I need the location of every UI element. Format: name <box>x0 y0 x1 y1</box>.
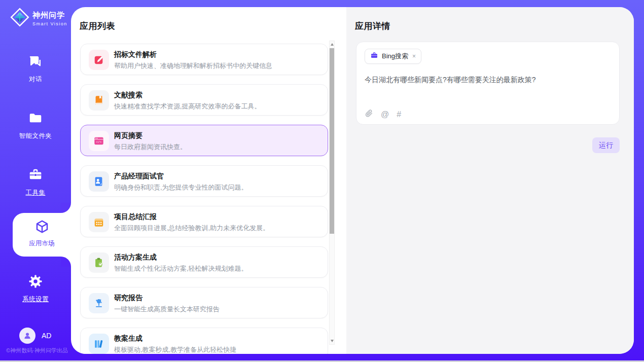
app-name: 研究报告 <box>114 294 142 303</box>
diamond-logo-icon <box>10 8 29 29</box>
hash-icon[interactable]: # <box>397 111 401 119</box>
app-card-literature-search[interactable]: 文献搜索 快速精准查找学术资源,提高研究效率的必备工具。 <box>80 84 328 116</box>
query-composer[interactable]: Bing搜索 × 今日湖北有哪些新闻要点?有哪些需要关注的最新政策? @ # <box>356 42 620 125</box>
sidebar-item-label: 应用市场 <box>13 239 71 248</box>
query-text[interactable]: 今日湖北有哪些新闻要点?有哪些需要关注的最新政策? <box>365 76 608 85</box>
app-name: 网页摘要 <box>114 131 142 140</box>
edit-pen-icon <box>89 50 109 70</box>
tool-chip-bing-search[interactable]: Bing搜索 × <box>365 49 421 64</box>
close-icon[interactable]: × <box>412 53 416 60</box>
folder-icon <box>28 119 43 127</box>
paperclip-icon[interactable] <box>365 109 373 120</box>
app-desc: 智能生成个性化活动方案,轻松解决规划难题。 <box>114 264 248 273</box>
sidebar-item-label: 系统设置 <box>0 295 71 304</box>
scroll-up-icon[interactable] <box>331 43 334 46</box>
app-desc: 每日政府新闻资讯快查。 <box>114 142 187 152</box>
tool-chip-label: Bing搜索 <box>382 52 408 61</box>
app-name: 文献搜索 <box>114 91 142 100</box>
app-desc: 全面回顾项目进展,总结经验教训,助力未来优化发展。 <box>114 224 269 233</box>
sidebar-item-settings[interactable]: 系统设置 <box>0 274 71 304</box>
app-card-research-report[interactable]: 研究报告 一键智能生成高质量长文本研究报告 <box>80 287 328 318</box>
chat-icon <box>28 62 43 70</box>
app-card-pm-interviewer[interactable]: 产品经理面试官 明确身份和职责,为您提供专业性的面试问题。 <box>80 165 328 197</box>
active-tab-curve-top <box>61 203 71 213</box>
app-desc: 帮助用户快速、准确地理解和解析招标书中的关键信息 <box>114 61 272 70</box>
app-window: 神州问学 Smart Vision 对话 智能文件夹 <box>0 0 644 362</box>
clipboard-check-icon <box>89 252 109 273</box>
app-list-title: 应用列表 <box>80 20 115 32</box>
mention-icon[interactable]: @ <box>381 111 389 119</box>
calendar-icon <box>89 212 109 232</box>
app-name: 产品经理面试官 <box>114 172 164 181</box>
user-name: AD <box>42 332 51 340</box>
app-name: 活动方案生成 <box>114 253 157 262</box>
brand-logo: 神州问学 Smart Vision <box>10 8 67 29</box>
app-desc: 模板驱动,教案秒成,教学准备从此轻松快捷 <box>114 345 236 354</box>
browser-code-icon: </> <box>89 131 109 151</box>
sidebar-item-smart-folder[interactable]: 智能文件夹 <box>0 111 71 140</box>
user-avatar-icon <box>19 328 35 344</box>
sidebar-item-label: 对话 <box>0 75 71 84</box>
app-card-tender-parse[interactable]: 招标文件解析 帮助用户快速、准确地理解和解析招标书中的关键信息 <box>80 44 328 75</box>
app-list-scrollbar[interactable] <box>329 41 335 345</box>
scrollbar-thumb[interactable] <box>330 48 334 234</box>
brand-subtitle: Smart Vision <box>32 21 67 26</box>
books-icon <box>89 334 109 354</box>
app-card-lesson-plan[interactable]: 教案生成 模板驱动,教案秒成,教学准备从此轻松快捷 <box>80 328 328 354</box>
briefcase-icon <box>370 51 378 61</box>
app-desc: 明确身份和职责,为您提供专业性的面试问题。 <box>114 183 248 192</box>
sidebar-item-label: 工具集 <box>0 189 71 197</box>
app-card-project-summary[interactable]: 项目总结汇报 全面回顾项目进展,总结经验教训,助力未来优化发展。 <box>80 206 328 237</box>
svg-text:</>: </> <box>96 140 102 144</box>
user-account[interactable]: AD <box>19 328 51 344</box>
app-name: 招标文件解析 <box>114 50 157 59</box>
main-panel: 应用列表 应用详情 招标文件解析 帮助用户快速、准确地理解和解析招标书中的关键信… <box>71 7 634 354</box>
gear-icon <box>28 282 43 291</box>
scroll-down-icon[interactable] <box>331 340 334 342</box>
app-name: 项目总结汇报 <box>114 212 157 222</box>
sidebar: 神州问学 Smart Vision 对话 智能文件夹 <box>0 0 71 362</box>
app-desc: 快速精准查找学术资源,提高研究效率的必备工具。 <box>114 102 261 111</box>
brand-title: 神州问学 <box>32 11 65 19</box>
research-icon <box>89 293 109 313</box>
toolbox-icon <box>28 175 43 184</box>
cube-icon <box>34 227 50 236</box>
app-card-web-summary[interactable]: </> 网页摘要 每日政府新闻资讯快查。 <box>80 125 328 156</box>
interviewer-icon <box>89 171 109 192</box>
sidebar-item-label: 智能文件夹 <box>0 132 71 140</box>
book-icon <box>89 90 109 111</box>
sidebar-item-app-market[interactable]: 应用市场 <box>13 213 71 257</box>
app-detail-title: 应用详情 <box>355 20 390 32</box>
run-button[interactable]: 运行 <box>592 137 620 153</box>
copyright-text: ©神州数码·神州问学出品 <box>3 347 71 354</box>
app-card-event-plan[interactable]: 活动方案生成 智能生成个性化活动方案,轻松解决规划难题。 <box>80 246 328 278</box>
app-desc: 一键智能生成高质量长文本研究报告 <box>114 305 220 314</box>
active-tab-curve-bottom <box>61 257 71 267</box>
app-name: 教案生成 <box>114 334 142 343</box>
sidebar-item-chat[interactable]: 对话 <box>0 54 71 84</box>
sidebar-item-toolset[interactable]: 工具集 <box>0 167 71 197</box>
